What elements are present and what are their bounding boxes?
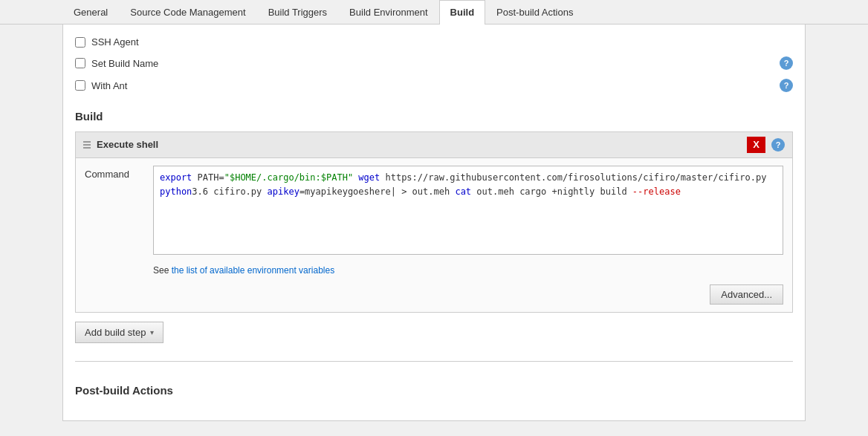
ssh-agent-label: SSH Agent (91, 36, 139, 48)
tab-bar: General Source Code Management Build Tri… (0, 0, 868, 25)
with-ant-label: With Ant (91, 80, 127, 91)
advanced-row: Advanced... (76, 282, 792, 312)
see-row: See the list of available environment va… (76, 262, 792, 282)
set-build-name-label: Set Build Name (91, 58, 158, 69)
set-build-name-help-icon[interactable]: ? (780, 56, 793, 70)
execute-shell-help-icon[interactable]: ? (771, 138, 785, 152)
add-build-step-button[interactable]: Add build step ▾ (75, 322, 163, 343)
command-textarea[interactable]: export PATH="$HOME/.cargo/bin:$PATH" wge… (153, 166, 783, 255)
tab-source-code-management[interactable]: Source Code Management (119, 0, 256, 24)
checkbox-row-set-build-name: Set Build Name ? (75, 52, 793, 74)
tab-build[interactable]: Build (439, 0, 486, 25)
command-row: Command export PATH="$HOME/.cargo/bin:$P… (76, 158, 792, 262)
with-ant-checkbox[interactable] (75, 80, 85, 91)
execute-shell-title: Execute shell (97, 139, 158, 150)
drag-handle[interactable] (83, 141, 91, 149)
tab-general[interactable]: General (62, 0, 119, 24)
build-section-heading: Build (75, 110, 793, 123)
header-right: X ? (747, 137, 785, 153)
add-step-area: Add build step ▾ (75, 322, 793, 343)
post-build-heading: Post-build Actions (75, 384, 793, 397)
main-content: SSH Agent Set Build Name ? With Ant ? Bu… (62, 25, 806, 421)
advanced-button[interactable]: Advanced... (710, 284, 783, 305)
env-vars-link[interactable]: the list of available environment variab… (172, 265, 334, 276)
tab-build-environment[interactable]: Build Environment (338, 0, 439, 24)
build-step-title-area: Execute shell (83, 139, 158, 150)
tab-post-build-actions[interactable]: Post-build Actions (485, 0, 584, 24)
with-ant-help-icon[interactable]: ? (780, 79, 793, 92)
ssh-agent-checkbox[interactable] (75, 37, 85, 48)
see-text: See (153, 265, 172, 276)
build-step-header: Execute shell X ? (76, 132, 792, 158)
add-build-step-label: Add build step (85, 327, 146, 338)
dropdown-arrow-icon: ▾ (150, 328, 154, 336)
execute-shell-card: Execute shell X ? Command export PATH="$… (75, 131, 793, 313)
checkbox-row-ssh-agent: SSH Agent (75, 32, 793, 52)
checkbox-row-with-ant: With Ant ? (75, 74, 793, 97)
command-label: Command (85, 166, 144, 180)
close-step-button[interactable]: X (747, 137, 765, 153)
tab-build-triggers[interactable]: Build Triggers (257, 0, 338, 24)
post-build-section: Post-build Actions (75, 361, 793, 397)
set-build-name-checkbox[interactable] (75, 58, 85, 68)
